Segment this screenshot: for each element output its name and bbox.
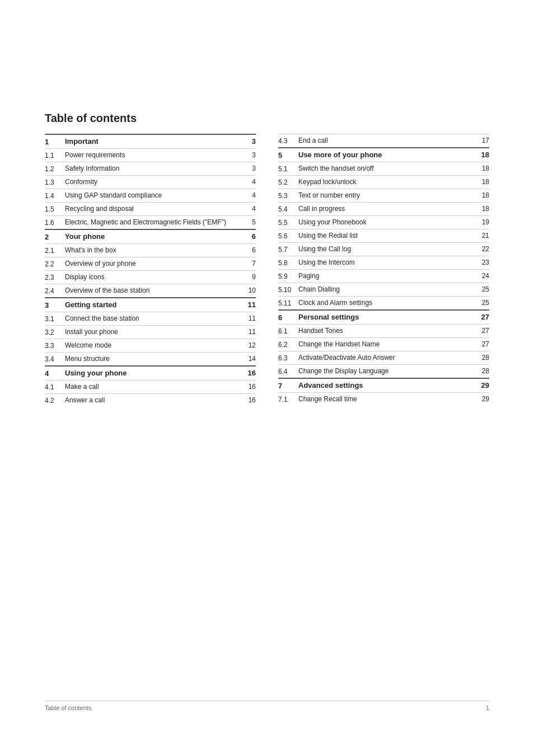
- toc-row: 3.1Connect the base station11: [45, 312, 256, 325]
- toc-row: 1.6Electric, Magnetic and Electromagneti…: [45, 215, 256, 229]
- toc-row-num: 5.10: [278, 285, 298, 294]
- toc-row-num: 5.9: [278, 272, 298, 280]
- toc-row-page: 25: [478, 285, 489, 293]
- toc-row-label: Activate/Deactivate Auto Answer: [298, 354, 478, 361]
- toc-row-page: 18: [478, 178, 489, 186]
- toc-row-num: 2.4: [45, 287, 65, 295]
- toc-row: 5.8Using the Intercom23: [278, 256, 489, 269]
- toc-row-page: 23: [478, 259, 489, 266]
- toc-row-num: 5: [278, 151, 298, 159]
- toc-row-num: 6.2: [278, 340, 298, 349]
- toc-row-num: 1.3: [45, 178, 65, 186]
- footer-left: Table of contents: [45, 705, 91, 711]
- toc-row-label: Using the Intercom: [298, 259, 478, 266]
- toc-row-page: 28: [478, 354, 489, 361]
- toc-row-label: Call in progress: [298, 205, 478, 213]
- toc-row-page: 12: [245, 341, 256, 349]
- toc-row-page: 17: [478, 137, 489, 144]
- toc-row: 4.2Answer a call16: [45, 393, 256, 407]
- toc-row: 5.11Clock and Alarm settings25: [278, 296, 489, 309]
- toc-row-page: 4: [245, 205, 256, 213]
- toc-row-num: 6.4: [278, 367, 298, 375]
- toc-row-page: 11: [245, 300, 256, 309]
- toc-row-num: 1.5: [45, 205, 65, 213]
- toc-row-num: 4.3: [278, 137, 298, 145]
- toc-row: 4.1Make a call16: [45, 380, 256, 393]
- footer: Table of contents 1: [45, 701, 489, 711]
- toc-row-num: 6: [278, 313, 298, 322]
- toc-row: 5.9Paging24: [278, 269, 489, 283]
- toc-row-num: 1.2: [45, 165, 65, 173]
- toc-row-label: Advanced settings: [298, 381, 478, 389]
- toc-row: 7.1Change Recall time29: [278, 392, 489, 406]
- toc-row: 6.3Activate/Deactivate Auto Answer28: [278, 351, 489, 364]
- toc-row-page: 27: [478, 340, 489, 348]
- toc-row: 5.2Keypad lock/unlock18: [278, 175, 489, 189]
- toc-row: 3.3Welcome mode12: [45, 339, 256, 352]
- toc-row-label: Chain Dialling: [298, 285, 478, 293]
- toc-row-num: 2.2: [45, 260, 65, 268]
- toc-row-num: 2.1: [45, 246, 65, 255]
- toc-row-label: What's in the box: [65, 246, 245, 254]
- toc-row: 3.2Install your phone11: [45, 325, 256, 339]
- toc-row-page: 16: [245, 383, 256, 391]
- toc-row-page: 18: [478, 165, 489, 172]
- toc-row: 7Advanced settings29: [278, 378, 489, 392]
- toc-row-num: 7.1: [278, 395, 298, 403]
- toc-row-label: Using GAP standard compliance: [65, 191, 245, 199]
- toc-title: Table of contents: [45, 112, 489, 125]
- toc-row-page: 3: [245, 151, 256, 159]
- toc-row-label: Display icons: [65, 273, 245, 281]
- toc-row: 2.3Display icons9: [45, 270, 256, 284]
- toc-row-num: 4: [45, 369, 65, 378]
- toc-row-page: 19: [478, 218, 489, 226]
- toc-row-page: 24: [478, 272, 489, 280]
- toc-row-label: Conformity: [65, 178, 245, 186]
- toc-row-num: 3.1: [45, 314, 65, 323]
- toc-row-label: Paging: [298, 272, 478, 280]
- toc-row: 4.3End a call17: [278, 134, 489, 147]
- toc-row-num: 3: [45, 300, 65, 309]
- toc-row-page: 18: [478, 151, 489, 159]
- toc-row: 2.1What's in the box6: [45, 243, 256, 257]
- toc-row-page: 27: [478, 327, 489, 335]
- toc-left-column: 1Important31.1Power requirements31.2Safe…: [45, 134, 256, 407]
- toc-row: 5.10Chain Dialling25: [278, 283, 489, 296]
- toc-row-label: Switch the handset on/off: [298, 165, 478, 172]
- toc-row-page: 4: [245, 178, 256, 186]
- toc-row: 5.5Using your Phonebook19: [278, 215, 489, 229]
- toc-row-num: 5.2: [278, 178, 298, 186]
- toc-row-page: 25: [478, 299, 489, 307]
- toc-row-num: 5.4: [278, 205, 298, 213]
- toc-row-page: 27: [478, 313, 489, 321]
- toc-row: 6.1Handset Tones27: [278, 324, 489, 337]
- toc-row-label: Connect the base station: [65, 314, 245, 322]
- toc-row-label: Electric, Magnetic and Electromagnetic F…: [65, 218, 245, 226]
- toc-row-page: 29: [478, 395, 489, 403]
- toc-row-page: 11: [245, 314, 256, 322]
- toc-row: 5Use more of your phone18: [278, 147, 489, 162]
- toc-row-label: Safety Information: [65, 165, 245, 172]
- toc-row-num: 4.2: [45, 396, 65, 405]
- toc-row-page: 11: [245, 328, 256, 336]
- toc-row-label: Your phone: [65, 232, 245, 241]
- toc-row-num: 2: [45, 232, 65, 241]
- toc-row: 1.3Conformity4: [45, 175, 256, 189]
- toc-row-num: 6.1: [278, 327, 298, 335]
- toc-row-label: Important: [65, 137, 245, 145]
- toc-row-page: 7: [245, 260, 256, 267]
- toc-row: 5.4Call in progress18: [278, 202, 489, 215]
- toc-row-page: 18: [478, 205, 489, 213]
- toc-row-num: 3.3: [45, 341, 65, 350]
- toc-row-page: 18: [478, 191, 489, 199]
- toc-row-label: Power requirements: [65, 151, 245, 159]
- toc-row: 2Your phone6: [45, 229, 256, 243]
- toc-row-label: Make a call: [65, 383, 245, 391]
- toc-row-page: 16: [245, 396, 256, 404]
- toc-row-label: Getting started: [65, 300, 245, 309]
- toc-row-label: Using the Redial list: [298, 232, 478, 240]
- toc-row: 1.5Recycling and disposal4: [45, 202, 256, 215]
- toc-row-label: Install your phone: [65, 328, 245, 336]
- toc-row-num: 5.3: [278, 191, 298, 200]
- toc-row-num: 5.7: [278, 245, 298, 253]
